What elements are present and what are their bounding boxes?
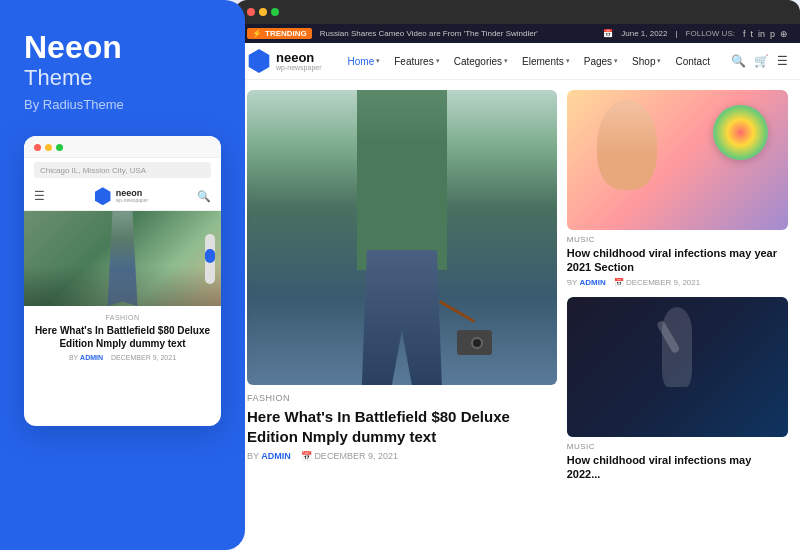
main-article-info: FASHION Here What's In Battlefield $80 D… bbox=[247, 385, 557, 461]
nav-item-home[interactable]: Home ▾ bbox=[342, 52, 387, 71]
sidebar-article-2-image bbox=[567, 297, 788, 437]
mobile-logo-hex bbox=[94, 187, 112, 205]
sidebar-1-author[interactable]: ADMIN bbox=[580, 278, 606, 287]
chevron-down-icon: ▾ bbox=[566, 57, 570, 65]
sidebar-1-category: MUSIC bbox=[567, 235, 788, 244]
site-logo: neeon wp-newspaper bbox=[247, 49, 322, 73]
rss-icon[interactable]: ⊕ bbox=[780, 29, 788, 39]
menu-icon[interactable]: ☰ bbox=[777, 54, 788, 68]
mobile-nav: ☰ neeon wp-newspaper 🔍 bbox=[24, 182, 221, 211]
trending-text: Russian Shares Cameo Video are From 'The… bbox=[320, 29, 595, 38]
calendar-icon: 📅 bbox=[614, 278, 624, 287]
mobile-url-bar: Chicago IL, Mission City, USA bbox=[34, 162, 211, 178]
site-logo-hex bbox=[247, 49, 271, 73]
mobile-mockup: Chicago IL, Mission City, USA ☰ neeon wp… bbox=[24, 136, 221, 426]
chevron-down-icon: ▾ bbox=[376, 57, 380, 65]
cart-icon[interactable]: 🛒 bbox=[754, 54, 769, 68]
hamburger-icon[interactable]: ☰ bbox=[34, 189, 45, 203]
mobile-logo: neeon wp-newspaper bbox=[94, 187, 149, 205]
mobile-dot-red bbox=[34, 144, 41, 151]
browser-dot-red bbox=[247, 8, 255, 16]
girl-face bbox=[597, 100, 657, 190]
browser-chrome bbox=[235, 0, 800, 24]
camera-lens bbox=[471, 337, 483, 349]
mobile-scroll-thumb bbox=[205, 249, 215, 263]
nav-icons: 🔍 🛒 ☰ bbox=[731, 54, 788, 68]
trending-label: ⚡ TRENDING bbox=[247, 28, 312, 39]
mobile-logo-text-group: neeon wp-newspaper bbox=[116, 189, 149, 203]
twitter-icon[interactable]: t bbox=[750, 29, 753, 39]
sidebar-article-1-info: MUSIC How childhood viral infections may… bbox=[567, 230, 788, 287]
mobile-browser-chrome bbox=[24, 136, 221, 158]
site-nav: neeon wp-newspaper Home ▾ Features ▾ Cat… bbox=[235, 43, 800, 80]
main-article-image bbox=[247, 90, 557, 385]
lightning-icon: ⚡ bbox=[252, 29, 262, 38]
follow-us-label: FOLLOW US: bbox=[686, 29, 735, 38]
pinterest-icon[interactable]: p bbox=[770, 29, 775, 39]
chevron-down-icon: ▾ bbox=[436, 57, 440, 65]
browser-dots bbox=[247, 8, 279, 16]
trending-bar: ⚡ TRENDING Russian Shares Cameo Video ar… bbox=[235, 24, 800, 43]
brand-subtitle: Theme bbox=[24, 65, 221, 91]
sidebar-2-title[interactable]: How childhood viral infections may 2022.… bbox=[567, 453, 788, 482]
nav-item-categories[interactable]: Categories ▾ bbox=[448, 52, 514, 71]
mobile-date: DECEMBER 9, 2021 bbox=[111, 354, 176, 361]
sidebar-1-title[interactable]: How childhood viral infections may year … bbox=[567, 246, 788, 275]
main-article-meta: BY ADMIN 📅 DECEMBER 9, 2021 bbox=[247, 451, 557, 461]
site-content: ⚡ TRENDING Russian Shares Cameo Video ar… bbox=[235, 24, 800, 550]
main-content: FASHION Here What's In Battlefield $80 D… bbox=[235, 80, 800, 550]
nav-item-features[interactable]: Features ▾ bbox=[388, 52, 445, 71]
main-article-category: FASHION bbox=[247, 393, 557, 403]
brand-byline: By RadiusTheme bbox=[24, 97, 221, 112]
sidebar-1-date: 📅 DECEMBER 9, 2021 bbox=[614, 278, 701, 287]
article-figure-legs bbox=[352, 250, 452, 385]
mobile-article-category: FASHION bbox=[34, 314, 211, 321]
social-icons: f t in p ⊕ bbox=[743, 29, 788, 39]
mobile-article-title[interactable]: Here What's In Battlefield $80 Deluxe Ed… bbox=[34, 324, 211, 350]
nav-item-shop[interactable]: Shop ▾ bbox=[626, 52, 667, 71]
trending-right: 📅 June 1, 2022 | FOLLOW US: f t in p ⊕ bbox=[603, 29, 788, 39]
mobile-article-image bbox=[24, 211, 221, 306]
chevron-down-icon: ▾ bbox=[657, 57, 661, 65]
camera-strap bbox=[439, 300, 475, 323]
calendar-icon: 📅 bbox=[301, 451, 312, 461]
lollipop-visual bbox=[713, 105, 768, 160]
brand-title: Neeon bbox=[24, 30, 221, 65]
sidebar-article-1: MUSIC How childhood viral infections may… bbox=[567, 90, 788, 287]
site-logo-text: neeon wp-newspaper bbox=[276, 51, 322, 71]
nav-items: Home ▾ Features ▾ Categories ▾ Elements … bbox=[342, 52, 721, 71]
nav-item-elements[interactable]: Elements ▾ bbox=[516, 52, 576, 71]
nav-item-contact[interactable]: Contact bbox=[669, 52, 715, 71]
chevron-down-icon: ▾ bbox=[504, 57, 508, 65]
sidebar-2-category: MUSIC bbox=[567, 442, 788, 451]
facebook-icon[interactable]: f bbox=[743, 29, 746, 39]
left-panel: Neeon Theme By RadiusTheme Chicago IL, M… bbox=[0, 0, 245, 550]
mobile-dot-green bbox=[56, 144, 63, 151]
divider: | bbox=[676, 29, 678, 38]
linkedin-icon[interactable]: in bbox=[758, 29, 765, 39]
browser-dot-green bbox=[271, 8, 279, 16]
mobile-article-overlay bbox=[24, 266, 221, 306]
search-icon[interactable]: 🔍 bbox=[731, 54, 746, 68]
mobile-dot-yellow bbox=[45, 144, 52, 151]
sidebar-article-1-image bbox=[567, 90, 788, 230]
mobile-article-meta: BY ADMIN DECEMBER 9, 2021 bbox=[34, 354, 211, 361]
mobile-author[interactable]: ADMIN bbox=[80, 354, 103, 361]
chevron-down-icon: ▾ bbox=[614, 57, 618, 65]
article-figure-body bbox=[357, 90, 447, 270]
right-browser: ⚡ TRENDING Russian Shares Cameo Video ar… bbox=[235, 0, 800, 550]
main-article-author[interactable]: ADMIN bbox=[261, 451, 291, 461]
main-article-title[interactable]: Here What's In Battlefield $80 Deluxe Ed… bbox=[247, 407, 557, 446]
mobile-search-icon[interactable]: 🔍 bbox=[197, 190, 211, 203]
nav-item-pages[interactable]: Pages ▾ bbox=[578, 52, 624, 71]
main-article-date: 📅 DECEMBER 9, 2021 bbox=[301, 451, 398, 461]
sidebar-articles: MUSIC How childhood viral infections may… bbox=[567, 90, 788, 540]
mobile-scroll-indicator[interactable] bbox=[205, 234, 215, 284]
sidebar-article-2: MUSIC How childhood viral infections may… bbox=[567, 297, 788, 485]
mobile-article-content: FASHION Here What's In Battlefield $80 D… bbox=[24, 306, 221, 367]
browser-dot-yellow bbox=[259, 8, 267, 16]
main-article: FASHION Here What's In Battlefield $80 D… bbox=[247, 90, 557, 540]
calendar-icon: 📅 bbox=[603, 29, 613, 38]
trending-date: June 1, 2022 bbox=[621, 29, 667, 38]
sidebar-1-meta: BY ADMIN 📅 DECEMBER 9, 2021 bbox=[567, 278, 788, 287]
